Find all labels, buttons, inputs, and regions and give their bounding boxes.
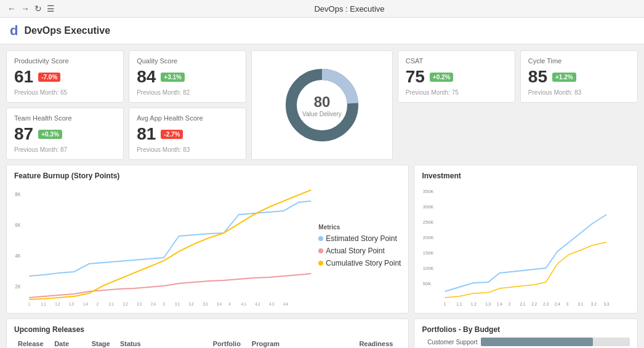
nav-controls[interactable]: ← → ↻ ☰ xyxy=(7,4,55,14)
actual-dot xyxy=(318,248,323,253)
portfolio-bar-fill-0 xyxy=(481,338,592,346)
productivity-value: 61 -7.0% xyxy=(14,67,116,87)
donut-center: 80 Value Delivery xyxy=(302,93,342,117)
csat-card: CSAT 75 +0.2% Previous Month: 75 xyxy=(398,50,515,103)
csat-prev: Previous Month: 75 xyxy=(406,89,507,96)
svg-text:4.4: 4.4 xyxy=(283,301,288,306)
bottom-row: Upcoming Releases Release Date Stage Sta… xyxy=(6,318,638,348)
burnup-title: Feature Burnup (Story Points) xyxy=(14,172,401,180)
svg-text:50K: 50K xyxy=(423,281,432,287)
teamhealth-badge: +0.3% xyxy=(38,130,62,139)
svg-text:2.4: 2.4 xyxy=(151,301,156,306)
productivity-label: Productivity Score xyxy=(14,57,116,65)
svg-text:3.4: 3.4 xyxy=(217,301,222,306)
svg-text:2: 2 xyxy=(97,301,99,306)
estimated-label: Estimated Story Point xyxy=(326,234,396,243)
svg-text:1.4: 1.4 xyxy=(497,302,502,306)
svg-text:2.3: 2.3 xyxy=(543,302,549,306)
menu-button[interactable]: ☰ xyxy=(47,4,55,14)
svg-text:1.2: 1.2 xyxy=(471,302,477,306)
back-button[interactable]: ← xyxy=(7,4,16,14)
svg-text:200K: 200K xyxy=(423,235,434,240)
svg-text:3: 3 xyxy=(566,302,569,306)
window-title: DevOps : Executive xyxy=(62,4,637,14)
apphealth-prev: Previous Month: 83 xyxy=(137,146,238,153)
quality-label: Quality Score xyxy=(137,57,238,65)
svg-text:2.1: 2.1 xyxy=(109,301,114,306)
cumulative-dot xyxy=(318,261,323,266)
cycletime-label: Cycle Time xyxy=(528,57,630,65)
svg-text:3.2: 3.2 xyxy=(591,302,597,306)
svg-text:250K: 250K xyxy=(423,219,434,225)
burnup-chart-card: Feature Burnup (Story Points) 8K 6K 4K 2… xyxy=(6,165,409,314)
svg-text:2.2: 2.2 xyxy=(532,302,537,306)
svg-text:150K: 150K xyxy=(423,250,434,256)
quality-prev: Previous Month: 82 xyxy=(137,89,238,96)
svg-text:3.1: 3.1 xyxy=(578,302,584,306)
legend-cumulative: Cumulative Story Point xyxy=(318,259,401,267)
legend-estimated: Estimated Story Point xyxy=(318,234,401,243)
col-status: Status xyxy=(116,338,209,348)
score-cards-row: Productivity Score 61 -7.0% Previous Mon… xyxy=(6,50,638,160)
metrics-label: Metrics xyxy=(318,224,401,231)
investment-chart-card: Investment 350K 300K 250K 200K 150K 100K… xyxy=(414,165,638,314)
apphealth-badge: -2.7% xyxy=(161,130,183,139)
svg-text:4.2: 4.2 xyxy=(256,301,260,306)
apphealth-value: 81 -2.7% xyxy=(137,124,238,144)
svg-text:3.2: 3.2 xyxy=(189,301,194,306)
col-date: Date xyxy=(50,338,88,348)
quality-value: 84 +3.1% xyxy=(137,67,238,87)
col-program: Program xyxy=(248,338,356,348)
value-delivery-card: 80 Value Delivery xyxy=(251,50,392,160)
cycletime-value: 85 +1.2% xyxy=(528,67,630,87)
col-portfolio: Portfolio xyxy=(209,338,248,348)
page-title: DevOps Executive xyxy=(24,25,110,36)
donut-label: Value Delivery xyxy=(302,111,342,117)
portfolios-card: Portfolios - By Budget Customer Support … xyxy=(414,318,638,348)
teamhealth-value: 87 +0.3% xyxy=(14,124,116,144)
svg-text:8K: 8K xyxy=(15,191,21,197)
svg-text:1: 1 xyxy=(28,301,31,306)
svg-text:2.4: 2.4 xyxy=(555,302,560,306)
teamhealth-label: Team Health Score xyxy=(14,114,116,122)
csat-value: 75 +0.2% xyxy=(406,67,507,87)
csat-badge: +0.2% xyxy=(430,73,454,82)
svg-text:4: 4 xyxy=(229,301,231,306)
portfolio-bars: Customer Support Finance Human Resources xyxy=(422,338,630,348)
svg-text:1.3: 1.3 xyxy=(486,302,491,306)
portfolio-row-0: Customer Support xyxy=(422,338,630,346)
legend-actual: Actual Story Point xyxy=(318,247,401,255)
refresh-button[interactable]: ↻ xyxy=(34,4,42,14)
burnup-svg: 8K 6K 4K 2K 1 1.1 1.2 xyxy=(14,184,313,307)
quality-badge: +3.1% xyxy=(161,73,185,82)
productivity-card: Productivity Score 61 -7.0% Previous Mon… xyxy=(6,50,124,103)
estimated-dot xyxy=(318,236,323,241)
svg-text:3.3: 3.3 xyxy=(203,301,207,306)
svg-text:3: 3 xyxy=(163,301,166,306)
cycletime-badge: +1.2% xyxy=(552,73,576,82)
svg-text:1.1: 1.1 xyxy=(41,301,46,306)
portfolio-name-0: Customer Support xyxy=(422,339,477,346)
svg-text:2.3: 2.3 xyxy=(137,301,142,306)
apphealth-label: Avg App Health Score xyxy=(137,114,238,122)
svg-text:4.1: 4.1 xyxy=(241,301,246,306)
teamhealth-card: Team Health Score 87 +0.3% Previous Mont… xyxy=(6,108,124,160)
investment-svg: 350K 300K 250K 200K 150K 100K 50K 1 1.1 … xyxy=(422,184,630,307)
svg-text:3.3: 3.3 xyxy=(604,302,610,306)
svg-text:2K: 2K xyxy=(15,283,21,290)
svg-text:2.2: 2.2 xyxy=(123,301,128,306)
svg-text:2.1: 2.1 xyxy=(520,302,526,306)
col-readiness: Readiness xyxy=(355,338,401,348)
col-release: Release xyxy=(14,338,50,348)
title-bar: ← → ↻ ☰ DevOps : Executive xyxy=(0,0,644,18)
productivity-prev: Previous Month: 65 xyxy=(14,89,116,96)
svg-text:4K: 4K xyxy=(15,253,21,259)
forward-button[interactable]: → xyxy=(21,4,30,14)
svg-text:1.1: 1.1 xyxy=(457,302,462,306)
page-header: d DevOps Executive xyxy=(0,18,644,44)
dashboard-body: Productivity Score 61 -7.0% Previous Mon… xyxy=(0,44,644,348)
svg-text:1.3: 1.3 xyxy=(69,301,74,306)
portfolios-title: Portfolios - By Budget xyxy=(422,325,630,334)
teamhealth-prev: Previous Month: 87 xyxy=(14,146,116,153)
svg-text:6K: 6K xyxy=(15,222,21,228)
